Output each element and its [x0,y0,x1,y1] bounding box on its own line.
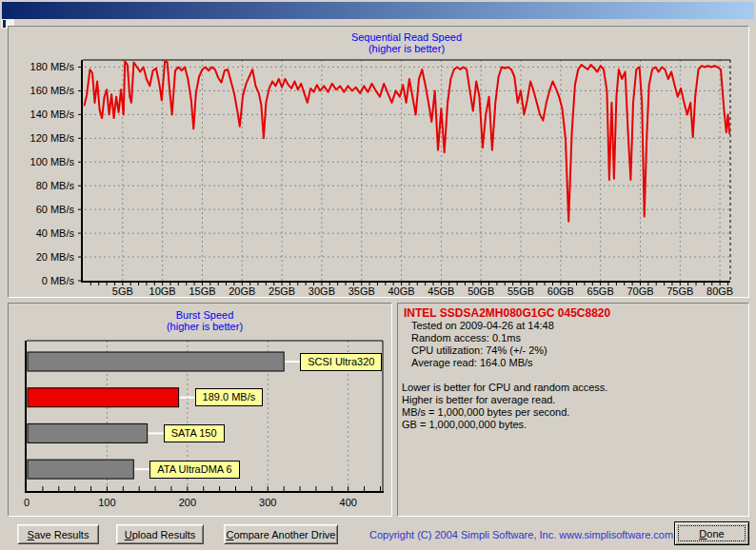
svg-text:400: 400 [340,497,357,508]
svg-text:50GB: 50GB [468,285,494,297]
svg-text:25GB: 25GB [269,285,295,297]
svg-text:160 MB/s: 160 MB/s [30,85,75,96]
svg-text:30GB: 30GB [308,285,335,297]
svg-text:80GB: 80GB [706,285,733,297]
svg-text:100: 100 [98,497,115,508]
save-results-button[interactable]: Save Results [17,524,99,544]
svg-text:100 MB/s: 100 MB/s [30,156,75,167]
bar-value-label: ATA UltraDMA 6 [149,461,239,479]
svg-text:15GB: 15GB [189,285,215,297]
svg-text:20GB: 20GB [229,285,255,297]
window-titlebar: HD Tach version 3.0.4.0 - For non-commer… [2,2,754,19]
svg-text:140 MB/s: 140 MB/s [30,108,75,120]
svg-text:60GB: 60GB [547,285,574,297]
burst-bar [28,423,148,442]
upload-results-button[interactable]: Upload Results [116,524,204,544]
svg-text:35GB: 35GB [348,285,375,297]
note-line: Higher is better for average read. [402,394,607,406]
random-access-line: Random access: 0.1ms [411,332,554,344]
svg-text:300: 300 [259,497,276,508]
sequential-read-panel: Sequential Read Speed (higher is better)… [8,26,749,298]
note-line: Lower is better for CPU and random acces… [402,382,607,394]
copyright-text: Copyright (C) 2004 Simpli Software, Inc.… [369,529,673,540]
svg-text:70GB: 70GB [627,285,653,297]
drive-test-details: Tested on 2009-04-26 at 14:48 Random acc… [411,320,554,369]
hd-tach-window: HD Tach version 3.0.4.0 - For non-commer… [0,0,756,550]
svg-text:0 MB/s: 0 MB/s [42,275,75,286]
info-notes: Lower is better for CPU and random acces… [402,382,607,431]
burst-bar [28,388,179,407]
svg-text:180 MB/s: 180 MB/s [30,61,75,72]
burst-bar [28,352,284,371]
titlebar-corner-artifact-blue [3,20,6,28]
svg-text:55GB: 55GB [507,285,534,297]
compare-another-drive-button[interactable]: Compare Another Drive [224,524,338,544]
svg-text:0: 0 [24,497,30,508]
tested-on-line: Tested on 2009-04-26 at 14:48 [411,320,554,332]
read-speed-line [85,61,730,221]
burst-speed-chart: 0100200300400 [9,304,391,516]
svg-text:20 MB/s: 20 MB/s [36,251,75,263]
note-line: GB = 1,000,000,000 bytes. [402,419,607,431]
svg-text:45GB: 45GB [428,285,454,297]
bar-value-label: 189.0 MB/s [195,388,264,406]
done-button[interactable]: Done [674,521,749,545]
svg-text:40 MB/s: 40 MB/s [36,227,75,239]
bar-value-label: SATA 150 [164,424,225,442]
burst-bar [28,460,133,479]
note-line: MB/s = 1,000,000 bytes per second. [402,406,607,419]
svg-text:65GB: 65GB [587,285,614,297]
svg-text:5GB: 5GB [112,285,133,297]
svg-text:10GB: 10GB [149,285,176,297]
svg-text:120 MB/s: 120 MB/s [30,132,75,144]
drive-name: INTEL SSDSA2MH080G1GC 045C8820 [404,306,610,320]
sequential-read-chart: 0 MB/s20 MB/s40 MB/s60 MB/s80 MB/s100 MB… [9,27,748,297]
average-read-line: Average read: 164.0 MB/s [411,357,554,369]
svg-text:200: 200 [179,497,196,508]
cpu-utilization-line: CPU utilization: 74% (+/- 2%) [411,344,554,357]
burst-speed-panel: Burst Speed (higher is better) 010020030… [8,303,392,517]
svg-text:60 MB/s: 60 MB/s [36,204,75,215]
svg-text:80 MB/s: 80 MB/s [36,180,75,191]
svg-text:40GB: 40GB [388,285,414,297]
bar-value-label: SCSI Ultra320 [300,353,382,371]
svg-text:75GB: 75GB [666,285,693,297]
drive-info-panel: INTEL SSDSA2MH080G1GC 045C8820 Tested on… [397,303,749,517]
